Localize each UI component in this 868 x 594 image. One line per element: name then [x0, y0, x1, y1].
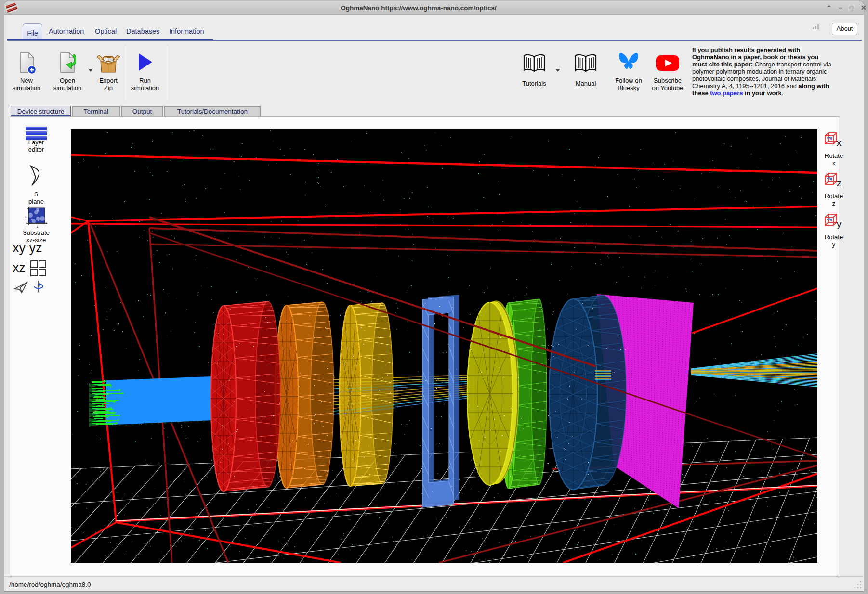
svg-text:x: x	[25, 215, 27, 218]
svg-text:z: z	[37, 225, 39, 228]
